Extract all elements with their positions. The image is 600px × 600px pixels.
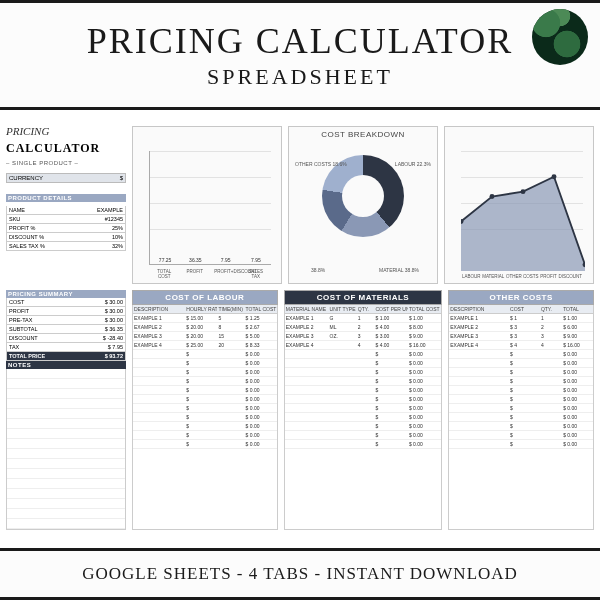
summary-row: DISCOUNT$ -28.40 [6, 334, 126, 343]
table-row[interactable]: EXAMPLE 1G1$ 1.00$ 1.00 [285, 314, 442, 323]
bar-chart-card: 77.2536.357.957.95 TOTAL COSTPROFITPROFI… [132, 126, 282, 284]
area-chart-card: LABOURMATERIALOTHER COSTSPROFITDISCOUNT [444, 126, 594, 284]
pricing-details-panel: PRICING CALCULATOR – SINGLE PRODUCT – CU… [6, 126, 126, 284]
leaf-badge-icon [532, 9, 588, 65]
summary-row: SUBTOTAL$ 36.35 [6, 325, 126, 334]
pricing-summary-header: PRICING SUMMARY [6, 290, 126, 298]
table-row[interactable]: EXAMPLE 2ML2$ 4.00$ 8.00 [285, 323, 442, 332]
notes-area[interactable] [6, 369, 126, 530]
product-title: PRICING CALCULATOR [87, 20, 513, 62]
table-row[interactable]: $$ 0.00 [449, 431, 593, 440]
notes-header: NOTES [6, 361, 126, 369]
detail-row[interactable]: SKU#12345 [6, 215, 126, 224]
summary-row: TOTAL PRICE$ 93.72 [6, 352, 126, 361]
table-row[interactable]: $$ 0.00 [449, 368, 593, 377]
summary-row: PROFIT$ 30.00 [6, 307, 126, 316]
panel-title-2: CALCULATOR [6, 141, 126, 156]
table-row[interactable]: $$ 0.00 [133, 431, 277, 440]
table-row[interactable]: $$ 0.00 [133, 368, 277, 377]
footer-text: GOOGLE SHEETS - 4 TABS - INSTANT DOWNLOA… [82, 564, 518, 584]
table-row[interactable]: EXAMPLE 3$ 33$ 9.00 [449, 332, 593, 341]
table-row[interactable]: $$ 0.00 [285, 350, 442, 359]
area-chart [461, 147, 585, 271]
table-row[interactable]: $$ 0.00 [285, 404, 442, 413]
table-row[interactable]: $$ 0.00 [285, 368, 442, 377]
table-row[interactable]: $$ 0.00 [449, 350, 593, 359]
donut-chart [322, 155, 404, 237]
table-row[interactable]: $$ 0.00 [133, 350, 277, 359]
detail-row[interactable]: NAMEEXAMPLE [6, 206, 126, 215]
other-costs-table: OTHER COSTS DESCRIPTIONCOSTQTY.TOTAL EXA… [448, 290, 594, 530]
summary-row: PRE-TAX$ 30.00 [6, 316, 126, 325]
table-row[interactable]: $$ 0.00 [449, 395, 593, 404]
table-row[interactable]: $$ 0.00 [449, 422, 593, 431]
table-row[interactable]: $$ 0.00 [133, 359, 277, 368]
table-row[interactable]: $$ 0.00 [133, 404, 277, 413]
detail-row[interactable]: PROFIT %25% [6, 224, 126, 233]
summary-row: COST$ 30.00 [6, 298, 126, 307]
table-row[interactable]: $$ 0.00 [285, 440, 442, 449]
table-row[interactable]: $$ 0.00 [133, 395, 277, 404]
svg-point-3 [521, 189, 526, 194]
table-row[interactable]: $$ 0.00 [133, 422, 277, 431]
table-row[interactable]: EXAMPLE 4$ 44$ 16.00 [449, 341, 593, 350]
table-row[interactable]: $$ 0.00 [285, 395, 442, 404]
product-details-header: PRODUCT DETAILS [6, 194, 126, 202]
table-row[interactable]: $$ 0.00 [285, 359, 442, 368]
svg-point-2 [490, 194, 495, 199]
hero-banner-top: PRICING CALCULATOR SPREADSHEET [0, 0, 600, 110]
table-row[interactable]: EXAMPLE 1$ 15.005$ 1.25 [133, 314, 277, 323]
labour-table: COST OF LABOUR DESCRIPTIONHOURLY RATETIM… [132, 290, 278, 530]
table-row[interactable]: $$ 0.00 [285, 431, 442, 440]
table-row[interactable]: $$ 0.00 [285, 422, 442, 431]
detail-row[interactable]: SALES TAX %32% [6, 242, 126, 251]
currency-field[interactable]: CURRENCY $ [6, 173, 126, 183]
table-row[interactable]: EXAMPLE 3$ 20.0015$ 5.00 [133, 332, 277, 341]
table-row[interactable]: EXAMPLE 4$ 25.0020$ 8.33 [133, 341, 277, 350]
donut-chart-card: COST BREAKDOWN OTHER COSTS 18.6% LABOUR … [288, 126, 438, 284]
table-row[interactable]: EXAMPLE 44$ 4.00$ 16.00 [285, 341, 442, 350]
table-row[interactable]: $$ 0.00 [133, 377, 277, 386]
table-row[interactable]: $$ 0.00 [285, 386, 442, 395]
hero-banner-bottom: GOOGLE SHEETS - 4 TABS - INSTANT DOWNLOA… [0, 548, 600, 600]
table-row[interactable]: EXAMPLE 2$ 20.008$ 2.67 [133, 323, 277, 332]
table-row[interactable]: EXAMPLE 1$ 11$ 1.00 [449, 314, 593, 323]
table-row[interactable]: $$ 0.00 [449, 404, 593, 413]
materials-table: COST OF MATERIALS MATERIAL NAMEUNIT TYPE… [284, 290, 443, 530]
table-row[interactable]: $$ 0.00 [449, 386, 593, 395]
table-row[interactable]: $$ 0.00 [449, 440, 593, 449]
spreadsheet-preview: PRICING CALCULATOR – SINGLE PRODUCT – CU… [0, 118, 600, 540]
product-subtitle: SPREADSHEET [87, 64, 513, 90]
table-row[interactable]: $$ 0.00 [449, 413, 593, 422]
donut-title: COST BREAKDOWN [289, 130, 437, 139]
pricing-summary-panel: PRICING SUMMARY COST$ 30.00PROFIT$ 30.00… [6, 290, 126, 530]
table-row[interactable]: EXAMPLE 2$ 32$ 6.00 [449, 323, 593, 332]
summary-row: TAX$ 7.95 [6, 343, 126, 352]
panel-subtitle: – SINGLE PRODUCT – [6, 160, 126, 166]
table-row[interactable]: EXAMPLE 3OZ.3$ 3.00$ 9.00 [285, 332, 442, 341]
panel-title-1: PRICING [6, 126, 126, 137]
table-row[interactable]: $$ 0.00 [285, 377, 442, 386]
table-row[interactable]: $$ 0.00 [449, 377, 593, 386]
svg-point-4 [552, 174, 557, 179]
detail-row[interactable]: DISCOUNT %10% [6, 233, 126, 242]
table-row[interactable]: $$ 0.00 [449, 359, 593, 368]
table-row[interactable]: $$ 0.00 [285, 413, 442, 422]
table-row[interactable]: $$ 0.00 [133, 440, 277, 449]
table-row[interactable]: $$ 0.00 [133, 386, 277, 395]
table-row[interactable]: $$ 0.00 [133, 413, 277, 422]
